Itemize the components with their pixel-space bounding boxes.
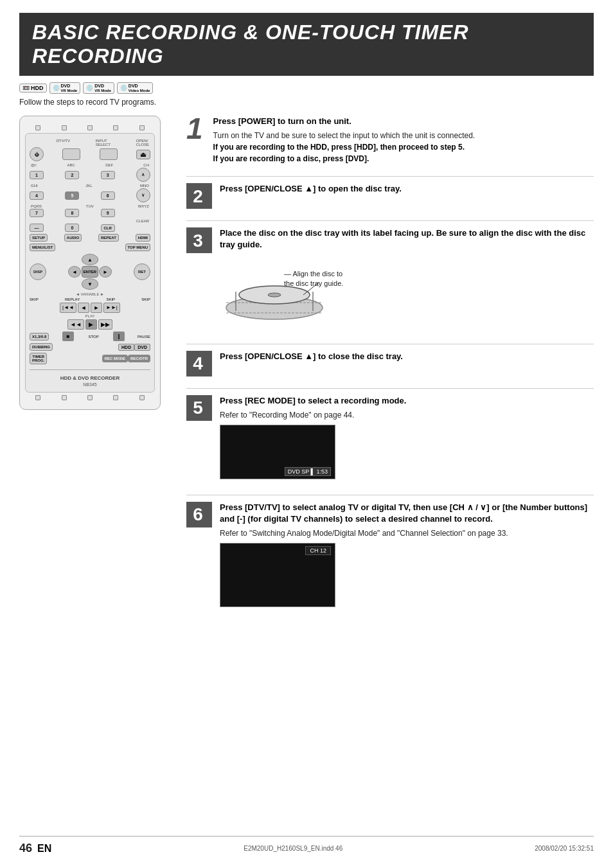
remote-brand-label: HDD & DVD RECORDER: [30, 375, 150, 381]
dot-b2: [62, 395, 67, 400]
rec-mode-button[interactable]: REC MODE: [102, 355, 128, 362]
remote-body: DTV/TV INPUTSELECT OPEN/CLOSE ⏻ ⏏ @/:: [25, 133, 155, 393]
play-row: ◄◄ ▶ ▶▶: [30, 319, 150, 330]
left-column: DTV/TV INPUTSELECT OPEN/CLOSE ⏻ ⏏ @/:: [19, 116, 173, 623]
setup-button[interactable]: SETUP: [30, 234, 48, 242]
step-5-screen-badge: DVD SP ▌ 1:53: [285, 467, 331, 476]
ch-up-button[interactable]: ∧: [136, 168, 150, 182]
play-label: PLAY: [30, 314, 150, 318]
step-6-screen-badge: CH 12: [305, 546, 331, 555]
step-2-title: Press [OPEN/CLOSE ▲] to open the disc tr…: [220, 183, 594, 195]
step-6-number: 6: [186, 502, 212, 527]
step-1-title: Press [POWER] to turn on the unit.: [213, 116, 594, 127]
dtv-tv-button[interactable]: [62, 148, 80, 160]
btn-6[interactable]: 6: [101, 191, 115, 200]
nav-down-button[interactable]: ▼: [82, 278, 98, 290]
btn-5[interactable]: 5: [65, 191, 79, 200]
pause-button[interactable]: ‖: [113, 332, 125, 341]
step-5-content: Press [REC MODE] to select a recording m…: [220, 395, 594, 483]
variable-label: ◄ VARIABLE ►: [30, 292, 150, 296]
step-3-title: Place the disc on the disc tray with its…: [220, 227, 594, 251]
content-area: DTV/TV INPUTSELECT OPEN/CLOSE ⏻ ⏏ @/:: [19, 116, 594, 623]
nav-right-button[interactable]: ►: [99, 266, 112, 278]
footer-file: E2M20UD_H2160SL9_EN.indd 46: [244, 845, 342, 852]
dot-2: [62, 125, 67, 130]
dvd-mode-icon-3: 💿 DVDVideo Mode: [117, 82, 154, 94]
num-row-1: 1 2 3 ∧: [30, 168, 150, 182]
speed-button[interactable]: X1,3/0.8: [30, 333, 49, 341]
ff-button[interactable]: ▶▶: [98, 319, 112, 330]
btn-4[interactable]: 4: [30, 191, 44, 200]
align-caption: — Align the disc to the disc tray guide.: [284, 269, 348, 289]
btn-0[interactable]: 0: [65, 224, 79, 232]
mode-icons-row: 📼 HDD 💿 DVDVR Mode 💿 DVDVR Mode 💿 DVDVid…: [19, 82, 594, 94]
footer-lang: EN: [37, 843, 51, 855]
ch-down-button[interactable]: ∨: [136, 188, 150, 202]
dubbing-button[interactable]: DUBBING: [30, 343, 53, 351]
step-5-desc: Refer to "Recording Mode" on page 44.: [220, 409, 594, 421]
btn-dash[interactable]: —: [30, 224, 44, 232]
play-button[interactable]: ▶: [85, 319, 97, 330]
menu-list-button[interactable]: MENU/LIST: [30, 244, 55, 251]
rewind-button[interactable]: ◄◄: [67, 319, 84, 330]
enter-button[interactable]: ENTER: [82, 266, 98, 278]
timer-row: TIMERPROG. REC MODE REC/OTR: [30, 353, 150, 364]
dot-1: [35, 125, 40, 130]
num-label-row3: PQRS TUV WXYZ: [30, 204, 150, 208]
disc-tray-svg: [220, 256, 348, 327]
step-6: 6 Press [DTV/TV] to select analog TV or …: [186, 502, 594, 611]
page-number: 46: [19, 842, 32, 855]
btn-8[interactable]: 8: [65, 209, 79, 217]
hdd-button[interactable]: HDD: [118, 344, 134, 351]
display-button[interactable]: DISP: [30, 263, 46, 280]
step-4-number: 4: [186, 351, 212, 376]
btn-1[interactable]: 1: [30, 171, 44, 179]
remote-brand-section: HDD & DVD RECORDER NB345: [30, 369, 150, 387]
clear-button[interactable]: CLR: [101, 224, 115, 232]
skip-row: SKIP REPLAY SKIP SKIP: [30, 297, 150, 301]
dvd-button[interactable]: DVD: [134, 344, 150, 351]
dot-b1: [35, 395, 40, 400]
align-text: —: [284, 270, 291, 278]
svg-point-4: [268, 293, 281, 297]
replay-button[interactable]: ◄: [78, 303, 89, 313]
dot-b4: [113, 395, 118, 400]
open-close-button[interactable]: ⏏: [136, 150, 150, 159]
hdmi-button[interactable]: HDMI: [136, 234, 150, 242]
nav-left-button[interactable]: ◄: [68, 266, 81, 278]
top-menu-button[interactable]: TOP MENU: [125, 244, 150, 251]
num-label-row1: @/: ABC DEF CH: [30, 163, 150, 167]
btn-3[interactable]: 3: [101, 171, 115, 179]
power-button[interactable]: ⏻: [30, 147, 44, 161]
skip-fwd2-button[interactable]: ►►|: [103, 303, 120, 313]
btn-9[interactable]: 9: [101, 209, 115, 217]
dot-b5: [139, 395, 145, 400]
return-button[interactable]: RET: [134, 263, 150, 280]
input-select-button[interactable]: [100, 148, 118, 160]
skip-fwd-button[interactable]: ►: [91, 303, 102, 313]
num-row-3: 7 8 9: [30, 209, 150, 217]
btn-7[interactable]: 7: [30, 209, 44, 217]
stop-button[interactable]: ■: [62, 332, 75, 341]
divider-3: [186, 344, 594, 344]
step-3: 3 Place the disc on the disc tray with i…: [186, 227, 594, 332]
skip-back-button[interactable]: |◄◄: [60, 303, 76, 313]
num-row-4: — 0 CLR: [30, 224, 150, 232]
btn-2[interactable]: 2: [65, 171, 79, 179]
nav-up-button[interactable]: ▲: [82, 254, 98, 265]
skip-label3: SKIP: [141, 297, 150, 301]
step-4-content: Press [OPEN/CLOSE ▲] to close the disc t…: [220, 351, 594, 365]
audio-button[interactable]: AUDIO: [64, 234, 82, 242]
repeat-button[interactable]: REPEAT: [98, 234, 119, 242]
step-2-content: Press [OPEN/CLOSE ▲] to open the disc tr…: [220, 183, 594, 197]
num-label-row2: GHI JKL MNO: [30, 184, 150, 188]
timer-prog-button[interactable]: TIMERPROG.: [30, 353, 47, 364]
divider-4: [186, 388, 594, 389]
rec-otr-button[interactable]: REC/OTR: [128, 355, 150, 362]
disc-icon-2: 💿: [86, 85, 93, 91]
nav-display-row: DISP ▲ ◄ ENTER ► ▼ RET: [30, 254, 150, 290]
step-4: 4 Press [OPEN/CLOSE ▲] to close the disc…: [186, 351, 594, 376]
divider-5: [186, 495, 594, 495]
step-1-content: Press [POWER] to turn on the unit. Turn …: [213, 116, 594, 164]
dot-b3: [87, 395, 93, 400]
